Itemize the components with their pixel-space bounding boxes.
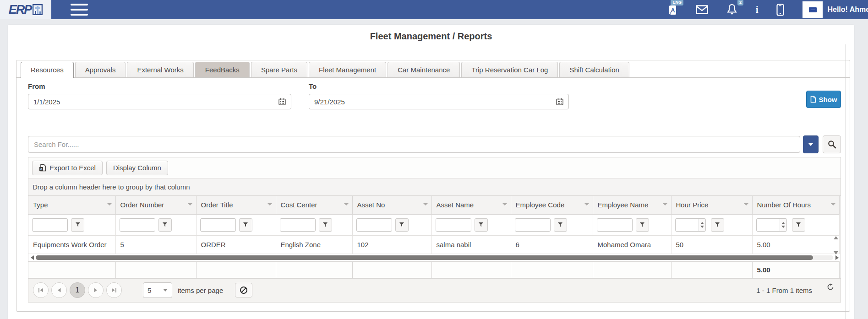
filter-funnel-button[interactable] xyxy=(554,218,567,232)
excel-file-icon: x xyxy=(39,164,46,172)
spinner-down-icon[interactable] xyxy=(781,226,785,228)
page-size-select[interactable]: 5 xyxy=(143,282,172,298)
export-to-excel-button[interactable]: x Export to Excel xyxy=(32,161,103,175)
cell-asset-no: 102 xyxy=(352,235,431,254)
messages-button[interactable] xyxy=(696,5,708,14)
last-page-button[interactable] xyxy=(106,282,122,298)
next-page-button[interactable] xyxy=(88,282,104,298)
column-header-cost-center[interactable]: Cost Center xyxy=(276,196,352,214)
display-column-button[interactable]: Display Column xyxy=(106,161,168,175)
filter-input-employee-code[interactable] xyxy=(515,218,551,232)
filter-input-hour-price[interactable] xyxy=(676,219,699,231)
number-stepper[interactable] xyxy=(780,219,786,231)
search-button[interactable] xyxy=(823,135,841,153)
clear-filters-button[interactable] xyxy=(235,283,252,297)
horizontal-scrollbar-track[interactable] xyxy=(36,255,833,260)
show-button[interactable]: Show xyxy=(806,91,841,108)
filter-funnel-button[interactable] xyxy=(475,218,488,232)
filter-input-employee-name[interactable] xyxy=(597,218,633,232)
refresh-button[interactable] xyxy=(827,283,834,291)
column-header-employee-name[interactable]: Employee Name xyxy=(593,196,671,214)
filter-funnel-button[interactable] xyxy=(636,218,649,232)
spinner-up-icon[interactable] xyxy=(781,222,785,224)
to-date-input[interactable] xyxy=(309,94,569,109)
column-header-number-of-hours[interactable]: Number Of Hours xyxy=(752,196,839,214)
filter-funnel-button[interactable] xyxy=(319,218,332,232)
column-header-asset-name[interactable]: Asset Name xyxy=(431,196,511,214)
from-date-group: From xyxy=(28,82,291,109)
filter-funnel-button[interactable] xyxy=(711,218,724,232)
scroll-down-icon[interactable] xyxy=(834,251,838,254)
filter-input-order-number[interactable] xyxy=(120,218,155,232)
tab-trip-reservation-car-log[interactable]: Trip Reservation Car Log xyxy=(461,62,558,77)
scroll-right-button[interactable] xyxy=(834,255,840,260)
column-header-employee-code[interactable]: Employee Code xyxy=(511,196,593,214)
chevron-down-icon[interactable] xyxy=(584,203,589,205)
filter-funnel-button[interactable] xyxy=(792,218,805,232)
filter-funnel-button[interactable] xyxy=(158,218,172,232)
filter-input-type[interactable] xyxy=(32,218,68,232)
scroll-left-button[interactable] xyxy=(29,255,35,260)
tab-car-maintenance[interactable]: Car Maintenance xyxy=(388,62,460,77)
menu-toggle-button[interactable] xyxy=(71,4,88,16)
spinner-down-icon[interactable] xyxy=(700,226,704,228)
to-calendar-button[interactable] xyxy=(553,96,567,108)
funnel-icon xyxy=(478,222,484,227)
number-stepper[interactable] xyxy=(699,219,705,231)
cell-employee-name: Mohamed Omara xyxy=(593,235,671,254)
filter-funnel-button[interactable] xyxy=(395,218,409,232)
prev-page-button[interactable] xyxy=(51,282,67,298)
filter-input-order-title[interactable] xyxy=(200,218,236,232)
scroll-up-icon[interactable] xyxy=(834,236,838,239)
report-tabs: Resources Approvals External Works FeedB… xyxy=(16,60,850,78)
tab-resources[interactable]: Resources xyxy=(21,62,74,78)
chevron-down-icon[interactable] xyxy=(831,203,835,205)
column-header-asset-no[interactable]: Asset No xyxy=(352,196,431,214)
language-button[interactable]: A ENG xyxy=(667,4,677,16)
table-row[interactable]: Equipments Work Order 5 ORDER English Zo… xyxy=(28,235,839,254)
filter-input-cost-center[interactable] xyxy=(280,218,316,232)
filter-input-number-of-hours[interactable] xyxy=(757,219,780,231)
chevron-down-icon[interactable] xyxy=(423,203,428,205)
spinner-up-icon[interactable] xyxy=(700,222,704,224)
from-calendar-button[interactable] xyxy=(275,96,289,108)
chevron-down-icon[interactable] xyxy=(744,203,748,205)
chevron-down-icon[interactable] xyxy=(107,203,112,205)
page-1-button[interactable]: 1 xyxy=(70,282,85,298)
filter-funnel-button[interactable] xyxy=(71,218,84,232)
chevron-down-icon[interactable] xyxy=(502,203,507,205)
group-by-drop-zone[interactable]: Drop a column header here to group by th… xyxy=(28,178,841,196)
chevron-down-icon[interactable] xyxy=(663,203,667,205)
tab-shift-calculation[interactable]: Shift Calculation xyxy=(559,62,629,77)
chevron-down-icon[interactable] xyxy=(344,203,349,205)
first-page-button[interactable] xyxy=(33,282,49,298)
from-date-input[interactable] xyxy=(28,94,291,109)
filter-input-asset-name[interactable] xyxy=(436,218,471,232)
column-header-order-title[interactable]: Order Title xyxy=(196,196,276,214)
app-logo[interactable]: ERP xyxy=(0,0,51,19)
filter-funnel-button[interactable] xyxy=(239,218,252,232)
tab-spare-parts[interactable]: Spare Parts xyxy=(251,62,307,77)
cell-cost-center: English Zone xyxy=(276,235,352,254)
column-header-order-number[interactable]: Order Number xyxy=(115,196,196,214)
search-options-dropdown-button[interactable] xyxy=(803,135,819,153)
tab-fleet-management[interactable]: Fleet Management xyxy=(309,62,386,77)
column-header-type[interactable]: Type xyxy=(28,196,115,214)
column-header-hour-price[interactable]: Hour Price xyxy=(671,196,752,214)
tab-approvals[interactable]: Approvals xyxy=(75,62,126,77)
tab-feedbacks[interactable]: FeedBacks xyxy=(195,62,250,77)
notifications-button[interactable]: 2 xyxy=(726,4,737,16)
info-button[interactable]: i xyxy=(756,5,759,15)
search-input[interactable] xyxy=(28,136,800,153)
chevron-down-icon[interactable] xyxy=(267,203,272,205)
horizontal-scrollbar[interactable] xyxy=(28,254,841,261)
tab-external-works[interactable]: External Works xyxy=(127,62,193,77)
avatar[interactable]: ▪▪▪▪▪ xyxy=(802,1,823,18)
horizontal-scrollbar-thumb[interactable] xyxy=(36,255,813,260)
vertical-scrollbar[interactable] xyxy=(833,236,839,254)
mobile-app-button[interactable] xyxy=(776,4,784,16)
pager-range: 1 - 1 From 1 items xyxy=(756,287,812,294)
filter-input-asset-no[interactable] xyxy=(356,218,392,232)
chevron-down-icon[interactable] xyxy=(188,203,192,205)
funnel-icon xyxy=(243,222,248,227)
